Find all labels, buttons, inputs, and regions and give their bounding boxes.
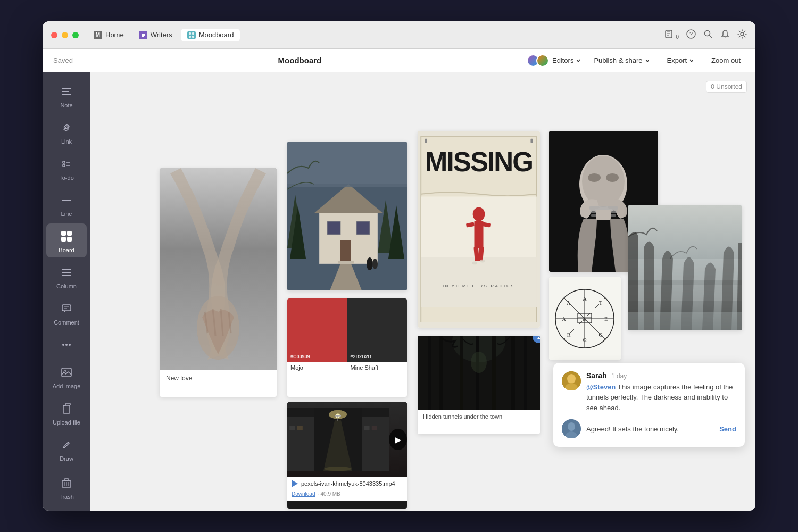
maximize-button[interactable] [72,32,79,38]
search-icon[interactable] [703,29,713,41]
svg-point-51 [372,259,378,269]
svg-rect-46 [327,221,340,235]
svg-rect-20 [63,164,65,167]
svg-text:?: ? [689,31,693,37]
zoom-label: Zoom out [711,56,741,64]
tunnels-image [418,336,540,410]
sidebar-item-board[interactable]: Board [46,223,87,257]
saved-status: Saved [53,56,73,64]
sidebar-item-line[interactable]: Line [46,187,87,221]
svg-rect-61 [297,426,303,430]
tab-writers[interactable]: Writers [132,29,179,41]
reply-input[interactable] [586,425,714,433]
sidebar-item-todo[interactable]: To-do [46,151,87,185]
svg-rect-9 [666,30,672,38]
comment-sarah: Sarah 1 day @Steven This image captures … [562,371,736,413]
editor-avatars [527,54,549,67]
trash-icon [58,475,75,492]
sidebar-item-draw[interactable]: Draw [46,432,87,466]
card-symbol[interactable]: A T E G Ω R A Λ ⊕ [549,277,621,360]
sarah-avatar [562,371,581,390]
video-thumbnail: ▶ [287,402,407,477]
svg-text:G: G [598,332,602,338]
mention-steven: @Steven [586,383,616,391]
export-button[interactable]: Export [663,54,699,66]
sidebar-item-more[interactable] [46,332,87,358]
sidebar-item-column[interactable]: Column [46,260,87,294]
svg-text:⊕: ⊕ [583,317,587,322]
publish-button[interactable]: Publish & share [589,54,654,66]
tab-moodboard-label: Moodboard [199,31,234,39]
svg-point-123 [568,422,575,431]
titlebar: M Home Writers Moodboard 0 [43,21,755,49]
svg-rect-80 [530,139,533,143]
comment-icon [58,300,75,317]
minimize-button[interactable] [62,32,68,38]
editors-section[interactable]: Editors [527,54,581,67]
help-icon[interactable]: ? [686,29,696,41]
zoom-out-button[interactable]: Zoom out [707,54,745,66]
toolbar: Saved Moodboard Editors Publish & share … [43,49,755,72]
sidebar-item-uploadfile[interactable]: Upload file [46,396,87,430]
canvas[interactable]: 0 Unsorted [90,72,755,511]
card-video[interactable]: ▶ pexels-ivan-khmelyuk-8043335.mp4 Downl… [287,402,407,509]
svg-point-96 [606,173,619,182]
sidebar-item-note[interactable]: Note [46,79,87,113]
svg-marker-64 [292,480,298,487]
missing-poster-image: MISSING [418,131,540,328]
card-palette[interactable]: #C03939 #2B2B2B Mojo Mine Shaft [287,298,407,397]
svg-rect-91 [418,336,540,410]
svg-rect-3 [142,36,144,37]
card-foggy[interactable] [628,205,742,330]
tab-home[interactable]: M Home [87,29,130,41]
comment-thread: Sarah 1 day @Steven This image captures … [562,371,736,439]
device-icon[interactable]: 0 [664,29,679,41]
uploadfile-label: Upload file [53,419,80,426]
sidebar-item-link[interactable]: Link [46,115,87,149]
settings-icon[interactable] [737,29,747,41]
sidebar-item-addimage[interactable]: Add image [46,360,87,394]
draw-label: Draw [60,455,73,462]
card-house[interactable] [287,142,407,290]
sidebar-item-trash[interactable]: Trash [46,470,87,504]
sidebar-item-comment[interactable]: Comment [46,296,87,330]
bell-icon[interactable] [720,29,730,41]
send-button[interactable]: Send [719,425,736,433]
board-label: Board [59,247,74,253]
draw-icon [58,436,75,453]
card-holding-hands[interactable]: New love [160,168,277,397]
svg-point-29 [62,344,64,346]
swatch-mojo-name: Mojo [287,362,347,372]
swatch-mojo: #C03939 [287,298,347,362]
svg-line-34 [68,442,69,443]
upload-file-icon [58,400,75,417]
svg-point-76 [472,262,477,265]
todo-label: To-do [59,174,74,181]
svg-rect-69 [421,257,537,307]
video-filename: pexels-ivan-khmelyuk-8043335.mp4 [301,480,395,487]
svg-point-50 [367,257,373,270]
play-small-icon [292,480,298,487]
tab-writers-label: Writers [151,31,172,39]
play-button[interactable]: ▶ [389,429,407,450]
editors-button[interactable]: Editors [552,56,581,64]
svg-rect-1 [142,34,145,35]
column-icon [58,264,75,281]
svg-text:Ω: Ω [583,337,586,343]
card-tunnels[interactable]: 2 [418,336,540,434]
svg-rect-118 [628,312,742,330]
download-link[interactable]: Download [292,491,315,497]
close-button[interactable] [51,32,57,38]
more-icon [58,336,75,353]
sidebar: Note Link To-do Line [43,72,90,511]
svg-rect-52 [287,142,407,187]
moodboard-tab-icon [187,31,196,39]
foggy-forest-image [628,205,742,330]
svg-point-77 [480,260,485,263]
link-label: Link [61,138,72,145]
card-missing[interactable]: MISSING [418,131,540,328]
video-info: pexels-ivan-khmelyuk-8043335.mp4 Downloa… [287,477,407,501]
tab-moodboard[interactable]: Moodboard [181,29,240,41]
sarah-message: @Steven This image captures the feeling … [586,382,736,413]
avatar-2 [536,54,549,67]
